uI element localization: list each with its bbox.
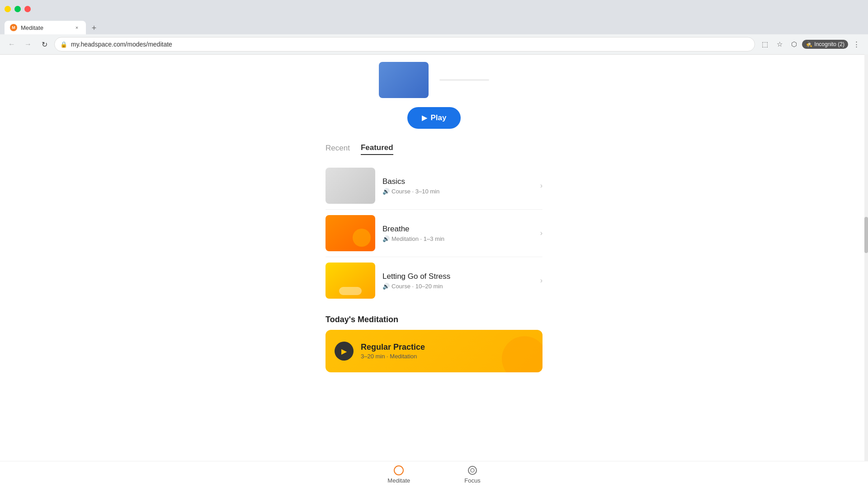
chevron-icon-basics: › [540, 182, 542, 190]
tab-bar: M Meditate × + [0, 18, 868, 34]
play-button[interactable]: ▶ Play [407, 107, 461, 129]
meditate-nav-label: Meditate [387, 477, 410, 484]
bookmark-button[interactable]: ☆ [773, 38, 786, 51]
item-info-basics: Basics 🔊 Course · 3–10 min [382, 177, 533, 195]
incognito-badge[interactable]: 🕵 Incognito (2) [802, 40, 848, 49]
hero-progress [439, 79, 489, 81]
play-icon: ▶ [422, 114, 427, 122]
new-tab-button[interactable]: + [88, 22, 100, 34]
focus-nav-icon [467, 465, 477, 475]
item-info-breathe: Breathe 🔊 Meditation · 1–3 min [382, 225, 533, 242]
browser-toolbar: ← → ↻ 🔒 my.headspace.com/modes/meditate … [0, 34, 868, 54]
address-url: my.headspace.com/modes/meditate [71, 41, 172, 48]
item-type-stress: Course · 10–20 min [392, 283, 443, 290]
audio-icon: 🔊 [382, 283, 390, 290]
main-area: Recent Featured Basics 🔊 Course · 3–10 m… [326, 136, 542, 372]
tab-recent[interactable]: Recent [326, 144, 350, 155]
toolbar-actions: ⬚ ☆ ⬡ 🕵 Incognito (2) ⋮ [759, 38, 863, 51]
back-button[interactable]: ← [5, 38, 18, 51]
meditation-title: Regular Practice [361, 343, 425, 352]
page-content: ▶ Play Recent Featured Basics 🔊 Course · [0, 55, 868, 488]
item-info-stress: Letting Go of Stress 🔊 Course · 10–20 mi… [382, 272, 533, 290]
tab-featured[interactable]: Featured [361, 143, 393, 155]
cast-button[interactable]: ⬚ [759, 38, 771, 51]
tabs-row: Recent Featured [326, 143, 542, 162]
item-meta-stress: 🔊 Course · 10–20 min [382, 283, 533, 290]
list-item[interactable]: Basics 🔊 Course · 3–10 min › [326, 162, 542, 210]
bottom-nav: Meditate Focus [0, 461, 868, 488]
item-title-breathe: Breathe [382, 225, 533, 234]
audio-icon: 🔊 [382, 188, 390, 195]
content-list: Basics 🔊 Course · 3–10 min › Breathe 🔊 [326, 162, 542, 304]
incognito-label: Incognito (2) [814, 41, 844, 47]
hero-image-strip [379, 55, 489, 107]
breathe-thumbnail [326, 215, 375, 251]
scrollbar-thumb[interactable] [864, 217, 868, 253]
close-window-button[interactable] [24, 6, 31, 12]
active-tab[interactable]: M Meditate × [5, 21, 86, 34]
reload-button[interactable]: ↻ [38, 38, 51, 51]
browser-chrome: M Meditate × + ← → ↻ 🔒 my.headspace.com/… [0, 0, 868, 55]
tab-favicon: M [10, 24, 17, 31]
svg-point-1 [471, 469, 474, 472]
todays-section-title: Today's Meditation [326, 315, 542, 324]
focus-nav-label: Focus [464, 477, 480, 484]
meditation-play-button[interactable]: ▶ [335, 342, 354, 361]
audio-icon: 🔊 [382, 235, 390, 242]
meditation-play-icon: ▶ [341, 347, 347, 356]
meditation-card[interactable]: ▶ Regular Practice 3–20 min · Meditation [326, 330, 542, 372]
address-bar[interactable]: 🔒 my.headspace.com/modes/meditate [54, 37, 755, 52]
list-item[interactable]: Breathe 🔊 Meditation · 1–3 min › [326, 210, 542, 257]
tab-close-button[interactable]: × [73, 24, 80, 31]
forward-button[interactable]: → [22, 38, 34, 51]
window-controls [5, 6, 31, 12]
item-thumbnail-basics [326, 168, 375, 204]
lock-icon: 🔒 [60, 41, 67, 48]
scrollbar[interactable] [864, 54, 868, 461]
browser-titlebar [0, 0, 868, 18]
meditation-subtitle: 3–20 min · Meditation [361, 353, 425, 360]
play-label: Play [431, 113, 447, 122]
tab-title: Meditate [21, 24, 70, 31]
stress-thumbnail [326, 263, 375, 299]
hero-thumbnail [379, 62, 429, 98]
hero-section: ▶ Play [0, 55, 868, 136]
menu-button[interactable]: ⋮ [850, 38, 863, 51]
minimize-button[interactable] [5, 6, 11, 12]
nav-focus[interactable]: Focus [464, 465, 480, 484]
item-title-basics: Basics [382, 177, 533, 186]
incognito-icon: 🕵 [806, 41, 812, 47]
item-type-breathe: Meditation · 1–3 min [392, 235, 444, 242]
list-item[interactable]: Letting Go of Stress 🔊 Course · 10–20 mi… [326, 257, 542, 304]
basics-thumbnail [326, 168, 375, 204]
item-type-basics: Course · 3–10 min [392, 188, 439, 195]
item-thumbnail-breathe [326, 215, 375, 251]
nav-meditate[interactable]: Meditate [387, 465, 410, 484]
maximize-button[interactable] [14, 6, 21, 12]
svg-point-0 [468, 466, 476, 474]
item-meta-basics: 🔊 Course · 3–10 min [382, 188, 533, 195]
chevron-icon-stress: › [540, 277, 542, 285]
item-title-stress: Letting Go of Stress [382, 272, 533, 281]
profile-button[interactable]: ⬡ [788, 38, 800, 51]
meditate-nav-icon [394, 465, 404, 475]
todays-section: Today's Meditation ▶ Regular Practice 3–… [326, 315, 542, 372]
chevron-icon-breathe: › [540, 229, 542, 237]
item-thumbnail-stress [326, 263, 375, 299]
item-meta-breathe: 🔊 Meditation · 1–3 min [382, 235, 533, 242]
meditation-info: Regular Practice 3–20 min · Meditation [361, 343, 425, 360]
